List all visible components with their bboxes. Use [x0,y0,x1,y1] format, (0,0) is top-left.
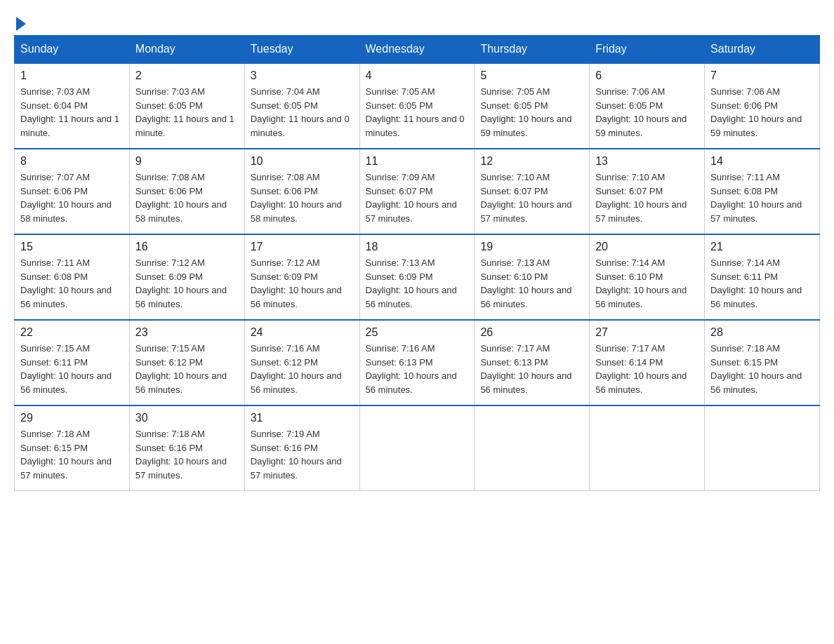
day-info: Sunrise: 7:14 AMSunset: 6:11 PMDaylight:… [710,256,814,311]
day-number: 28 [710,326,814,339]
day-info: Sunrise: 7:17 AMSunset: 6:14 PMDaylight:… [595,342,699,396]
page-header [14,14,820,28]
calendar-cell: 10Sunrise: 7:08 AMSunset: 6:06 PMDayligh… [244,149,359,234]
day-info: Sunrise: 7:11 AMSunset: 6:08 PMDaylight:… [710,170,814,225]
calendar-cell: 19Sunrise: 7:13 AMSunset: 6:10 PMDayligh… [475,234,590,320]
day-number: 30 [135,412,239,424]
calendar-header-wednesday: Wednesday [359,36,475,64]
calendar-header-sunday: Sunday [15,36,130,64]
calendar-header-monday: Monday [129,36,244,64]
calendar-cell: 17Sunrise: 7:12 AMSunset: 6:09 PMDayligh… [244,234,359,320]
calendar-cell: 2Sunrise: 7:03 AMSunset: 6:05 PMDaylight… [129,63,244,149]
day-info: Sunrise: 7:05 AMSunset: 6:05 PMDaylight:… [480,85,583,140]
calendar-header-row: SundayMondayTuesdayWednesdayThursdayFrid… [15,36,820,64]
day-number: 10 [251,155,354,168]
calendar-week-row-2: 8Sunrise: 7:07 AMSunset: 6:06 PMDaylight… [15,149,820,234]
day-number: 12 [480,155,583,168]
calendar-cell: 7Sunrise: 7:06 AMSunset: 6:06 PMDaylight… [705,63,820,149]
calendar-cell: 1Sunrise: 7:03 AMSunset: 6:04 PMDaylight… [15,63,130,149]
day-number: 5 [480,69,583,82]
day-number: 9 [135,155,239,168]
day-number: 16 [135,241,239,253]
day-info: Sunrise: 7:17 AMSunset: 6:13 PMDaylight:… [480,342,583,396]
day-info: Sunrise: 7:18 AMSunset: 6:15 PMDaylight:… [710,342,814,396]
day-number: 3 [251,69,354,82]
calendar-cell [705,405,820,491]
day-number: 14 [710,155,814,168]
calendar-cell: 14Sunrise: 7:11 AMSunset: 6:08 PMDayligh… [705,149,820,234]
calendar-cell [359,405,475,491]
day-info: Sunrise: 7:03 AMSunset: 6:05 PMDaylight:… [135,85,239,140]
day-number: 23 [135,326,239,339]
calendar-cell [475,405,590,491]
calendar-cell: 18Sunrise: 7:13 AMSunset: 6:09 PMDayligh… [359,234,475,320]
day-info: Sunrise: 7:08 AMSunset: 6:06 PMDaylight:… [251,170,354,225]
day-number: 31 [251,412,354,424]
calendar-cell: 27Sunrise: 7:17 AMSunset: 6:14 PMDayligh… [590,320,705,405]
day-info: Sunrise: 7:06 AMSunset: 6:05 PMDaylight:… [595,85,699,140]
day-number: 4 [366,69,469,82]
day-info: Sunrise: 7:16 AMSunset: 6:13 PMDaylight:… [366,342,469,396]
logo [14,14,26,28]
day-info: Sunrise: 7:10 AMSunset: 6:07 PMDaylight:… [480,170,583,225]
day-info: Sunrise: 7:15 AMSunset: 6:11 PMDaylight:… [20,342,124,396]
calendar-cell: 12Sunrise: 7:10 AMSunset: 6:07 PMDayligh… [475,149,590,234]
calendar-week-row-1: 1Sunrise: 7:03 AMSunset: 6:04 PMDaylight… [15,63,820,149]
day-number: 26 [480,326,583,339]
day-number: 22 [20,326,124,339]
day-number: 7 [710,69,814,82]
day-number: 18 [366,241,469,253]
day-info: Sunrise: 7:13 AMSunset: 6:10 PMDaylight:… [480,256,583,311]
calendar-cell: 31Sunrise: 7:19 AMSunset: 6:16 PMDayligh… [244,405,359,491]
day-number: 24 [251,326,354,339]
calendar-cell: 29Sunrise: 7:18 AMSunset: 6:15 PMDayligh… [15,405,130,491]
day-number: 13 [595,155,699,168]
calendar-cell: 26Sunrise: 7:17 AMSunset: 6:13 PMDayligh… [475,320,590,405]
day-info: Sunrise: 7:10 AMSunset: 6:07 PMDaylight:… [595,170,699,225]
day-info: Sunrise: 7:07 AMSunset: 6:06 PMDaylight:… [20,170,124,225]
day-info: Sunrise: 7:11 AMSunset: 6:08 PMDaylight:… [20,256,124,311]
day-info: Sunrise: 7:15 AMSunset: 6:12 PMDaylight:… [135,342,239,396]
day-info: Sunrise: 7:18 AMSunset: 6:16 PMDaylight:… [135,427,239,482]
calendar-cell: 8Sunrise: 7:07 AMSunset: 6:06 PMDaylight… [15,149,130,234]
day-number: 1 [20,69,124,82]
day-info: Sunrise: 7:06 AMSunset: 6:06 PMDaylight:… [710,85,814,140]
calendar-cell: 24Sunrise: 7:16 AMSunset: 6:12 PMDayligh… [244,320,359,405]
day-info: Sunrise: 7:16 AMSunset: 6:12 PMDaylight:… [251,342,354,396]
day-number: 2 [135,69,239,82]
calendar-cell: 25Sunrise: 7:16 AMSunset: 6:13 PMDayligh… [359,320,475,405]
calendar-cell: 16Sunrise: 7:12 AMSunset: 6:09 PMDayligh… [129,234,244,320]
day-info: Sunrise: 7:04 AMSunset: 6:05 PMDaylight:… [251,85,354,140]
calendar-header-saturday: Saturday [705,36,820,64]
day-number: 6 [595,69,699,82]
calendar-cell: 21Sunrise: 7:14 AMSunset: 6:11 PMDayligh… [705,234,820,320]
calendar-cell: 22Sunrise: 7:15 AMSunset: 6:11 PMDayligh… [15,320,130,405]
calendar-cell [590,405,705,491]
day-number: 29 [20,412,124,424]
calendar-cell: 28Sunrise: 7:18 AMSunset: 6:15 PMDayligh… [705,320,820,405]
calendar-table: SundayMondayTuesdayWednesdayThursdayFrid… [14,35,820,491]
day-info: Sunrise: 7:18 AMSunset: 6:15 PMDaylight:… [20,427,124,482]
day-number: 15 [20,241,124,253]
calendar-cell: 9Sunrise: 7:08 AMSunset: 6:06 PMDaylight… [129,149,244,234]
day-info: Sunrise: 7:08 AMSunset: 6:06 PMDaylight:… [135,170,239,225]
calendar-cell: 3Sunrise: 7:04 AMSunset: 6:05 PMDaylight… [244,63,359,149]
day-info: Sunrise: 7:09 AMSunset: 6:07 PMDaylight:… [366,170,469,225]
day-info: Sunrise: 7:05 AMSunset: 6:05 PMDaylight:… [366,85,469,140]
day-number: 20 [595,241,699,253]
calendar-cell: 30Sunrise: 7:18 AMSunset: 6:16 PMDayligh… [129,405,244,491]
calendar-cell: 15Sunrise: 7:11 AMSunset: 6:08 PMDayligh… [15,234,130,320]
logo-arrow-icon [16,17,26,31]
day-info: Sunrise: 7:14 AMSunset: 6:10 PMDaylight:… [595,256,699,311]
day-info: Sunrise: 7:12 AMSunset: 6:09 PMDaylight:… [251,256,354,311]
day-info: Sunrise: 7:03 AMSunset: 6:04 PMDaylight:… [20,85,124,140]
calendar-cell: 6Sunrise: 7:06 AMSunset: 6:05 PMDaylight… [590,63,705,149]
calendar-cell: 5Sunrise: 7:05 AMSunset: 6:05 PMDaylight… [475,63,590,149]
calendar-week-row-3: 15Sunrise: 7:11 AMSunset: 6:08 PMDayligh… [15,234,820,320]
calendar-cell: 23Sunrise: 7:15 AMSunset: 6:12 PMDayligh… [129,320,244,405]
calendar-cell: 13Sunrise: 7:10 AMSunset: 6:07 PMDayligh… [590,149,705,234]
day-number: 19 [480,241,583,253]
calendar-cell: 4Sunrise: 7:05 AMSunset: 6:05 PMDaylight… [359,63,475,149]
day-info: Sunrise: 7:12 AMSunset: 6:09 PMDaylight:… [135,256,239,311]
day-info: Sunrise: 7:13 AMSunset: 6:09 PMDaylight:… [366,256,469,311]
